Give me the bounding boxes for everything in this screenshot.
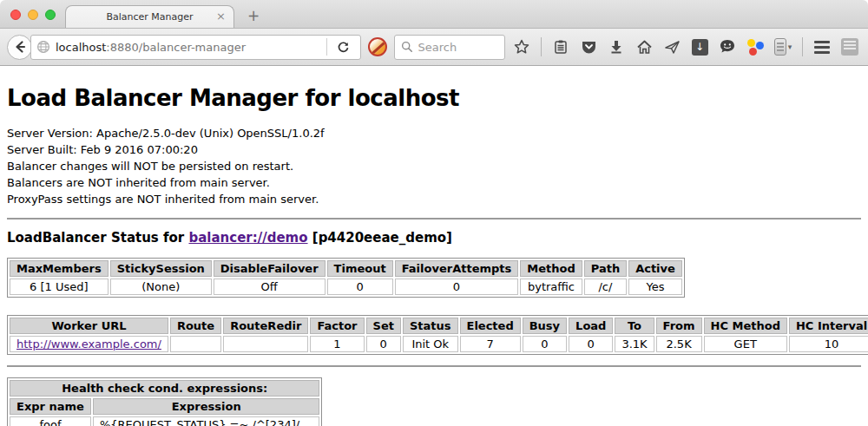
table-cell	[170, 336, 221, 352]
column-header: Method	[520, 260, 582, 277]
column-header: RouteRedir	[223, 318, 308, 334]
tab-close-icon[interactable]: ×	[216, 10, 226, 23]
column-header: HC Interval	[789, 318, 868, 334]
table-cell: Yes	[628, 279, 682, 295]
page-title: Load Balancer Manager for localhost	[7, 85, 861, 111]
column-header: Expression	[93, 398, 320, 415]
table-cell: /c/	[584, 279, 627, 295]
column-header: Factor	[310, 318, 364, 334]
back-arrow-icon	[13, 40, 27, 54]
worker-url-link[interactable]: http://www.example.com/	[16, 338, 161, 351]
column-header: Busy	[523, 318, 567, 334]
toolbar-divider	[802, 37, 803, 56]
search-bar[interactable]: Search	[394, 35, 505, 60]
star-icon	[513, 38, 530, 56]
divider-rule	[7, 218, 861, 220]
table-cell: 7	[460, 336, 521, 352]
battery-icon	[774, 38, 786, 56]
reading-list-button[interactable]	[549, 36, 572, 58]
table-cell: 1	[310, 336, 364, 352]
balancer-persist-note: Balancer changes will NOT be persisted o…	[7, 158, 861, 174]
send-to-device-button[interactable]	[661, 36, 683, 58]
column-header: Timeout	[327, 260, 393, 277]
zoom-window-button[interactable]	[45, 10, 56, 20]
table-cell: 2.5K	[656, 336, 702, 352]
url-domain: localhost	[56, 41, 106, 54]
extension-download-button[interactable]: ↓	[688, 36, 711, 58]
new-tab-button[interactable]: +	[247, 7, 260, 24]
column-header: Route	[170, 318, 221, 334]
bookmark-star-button[interactable]	[510, 36, 533, 58]
emoji-extension-button[interactable]	[716, 36, 739, 58]
table-title: Health check cond. expressions:	[10, 380, 319, 397]
table-row: 6 [1 Used](None)Off00bytraffic/c/Yes	[10, 279, 682, 295]
table-cell: 0	[569, 336, 613, 352]
tab-balancer-manager[interactable]: Balancer Manager ×	[65, 5, 234, 28]
window-controls	[10, 10, 56, 20]
home-button[interactable]	[633, 36, 655, 58]
table-cell	[223, 336, 308, 352]
column-header: Set	[366, 318, 401, 334]
navigation-toolbar: localhost:8880/balancer-manager Search	[0, 29, 868, 66]
column-header: Active	[628, 260, 682, 277]
table-cell: 10	[789, 336, 868, 352]
blocked-plugin-icon	[368, 37, 387, 56]
column-header: Path	[584, 260, 627, 277]
status-heading-prefix: LoadBalancer Status for	[7, 230, 184, 246]
tab-title: Balancer Manager	[106, 11, 193, 23]
column-header: Elected	[460, 318, 521, 334]
search-input[interactable]: Search	[418, 41, 457, 54]
close-window-button[interactable]	[10, 10, 21, 20]
server-built: Server Built: Feb 9 2016 07:00:20	[7, 141, 861, 158]
downloads-button[interactable]	[605, 36, 628, 58]
content-blocker-button[interactable]	[366, 36, 389, 58]
reload-button[interactable]	[332, 36, 355, 58]
status-heading-suffix: [p4420eeae_demo]	[312, 230, 452, 246]
tab-groups-button[interactable]	[838, 36, 861, 58]
table-cell: 0	[523, 336, 567, 352]
url-bar[interactable]: localhost:8880/balancer-manager	[30, 35, 361, 60]
globe-icon	[36, 40, 50, 54]
clipboard-icon	[553, 39, 569, 55]
column-header: Worker URL	[10, 318, 168, 334]
table-cell: 0	[366, 336, 401, 352]
column-header: StickySession	[110, 260, 212, 277]
column-header: MaxMembers	[10, 260, 108, 277]
worker-status-table: Worker URLRouteRouteRedirFactorSetStatus…	[7, 315, 868, 355]
tab-bar: Balancer Manager × +	[0, 0, 868, 29]
video-downloadhelper-button[interactable]	[744, 36, 766, 58]
balancer-demo-link[interactable]: balancer://demo	[188, 230, 307, 246]
hamburger-menu-icon	[814, 41, 830, 54]
table-cell: 6 [1 Used]	[10, 279, 108, 295]
column-header: HC Method	[704, 318, 787, 334]
reload-icon	[337, 41, 350, 54]
table-cell: Off	[214, 279, 326, 295]
divider-rule	[7, 365, 861, 367]
column-header: Expr name	[10, 398, 91, 415]
extension-download-icon: ↓	[692, 39, 708, 56]
column-header: FailoverAttempts	[395, 260, 519, 277]
pocket-button[interactable]	[577, 36, 600, 58]
minimize-window-button[interactable]	[28, 10, 38, 20]
column-header: From	[656, 318, 702, 334]
server-info: Server Version: Apache/2.5.0-dev (Unix) …	[7, 125, 861, 207]
back-button[interactable]	[7, 35, 32, 60]
tab-groups-icon	[841, 38, 858, 56]
table-cell: http://www.example.com/	[10, 336, 168, 352]
table-cell: %{REQUEST_STATUS} =~ /^[234]/	[93, 416, 320, 426]
proxypass-inherit-note: ProxyPass settings are NOT inherited fro…	[7, 191, 861, 207]
server-version: Server Version: Apache/2.5.0-dev (Unix) …	[7, 125, 861, 141]
table-cell: bytraffic	[520, 279, 582, 295]
url-path: :8880/balancer-manager	[106, 41, 246, 54]
pocket-icon	[581, 39, 597, 56]
search-icon	[401, 41, 413, 53]
table-cell: GET	[704, 336, 787, 352]
table-row: http://www.example.com/10Init Ok7003.1K2…	[10, 336, 868, 352]
table-cell: 3.1K	[615, 336, 654, 352]
menu-button[interactable]	[811, 36, 833, 58]
balancer-settings-table: MaxMembersStickySessionDisableFailoverTi…	[7, 258, 685, 298]
url-input[interactable]: localhost:8880/balancer-manager	[56, 41, 321, 54]
battery-extension-button[interactable]: ▾	[772, 36, 794, 58]
table-row: foof%{REQUEST_STATUS} =~ /^[234]/	[10, 416, 319, 426]
table-cell: (None)	[110, 279, 212, 295]
